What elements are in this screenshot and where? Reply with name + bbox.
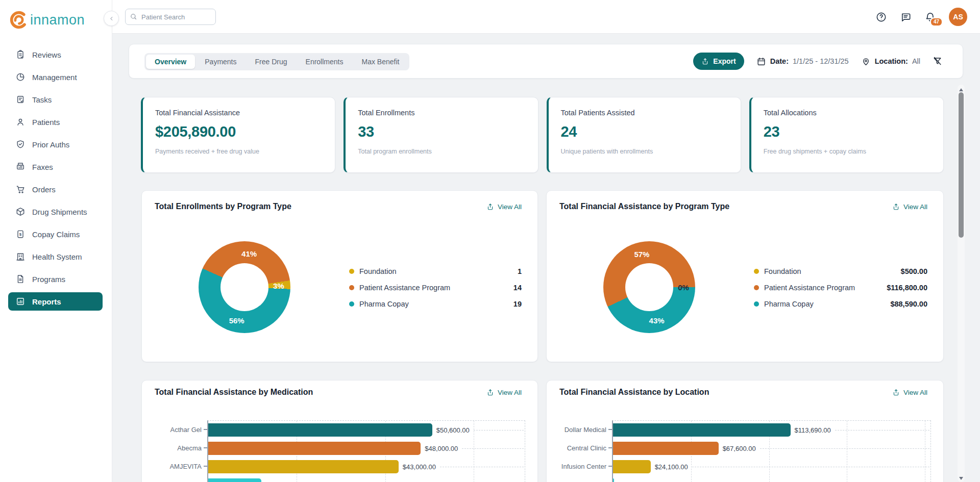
legend-label: Foundation [359, 267, 518, 275]
scroll-up-arrow-icon[interactable] [959, 88, 963, 91]
tab-payments[interactable]: Payments [196, 55, 245, 69]
bar [208, 460, 399, 473]
bar-row: $43,000.00 [208, 458, 525, 476]
legend-row: Foundation$500.00 [754, 265, 927, 278]
legend-row: Patient Assistance Program$116,800.00 [754, 281, 927, 294]
stat-title: Total Enrollments [358, 109, 525, 117]
donut-percent-label: 43% [649, 316, 665, 325]
help-icon[interactable] [875, 11, 887, 23]
scroll-down-arrow-icon[interactable] [959, 477, 963, 480]
stat-value: $205,890.00 [155, 123, 323, 140]
leader-line [760, 448, 929, 449]
stat-subtitle: Total program enrollments [358, 148, 525, 155]
share-icon [892, 203, 900, 211]
leader-line [692, 467, 929, 467]
sidebar-item-label: Prior Auths [32, 140, 69, 149]
sidebar-item-orders[interactable]: Orders [8, 180, 103, 198]
bar-category-label [152, 475, 207, 482]
notifications-bell-icon[interactable]: 47 [924, 11, 936, 23]
legend-dot [349, 269, 354, 274]
legend-row: Foundation1 [349, 265, 522, 278]
bar-category-label: Southern Health [557, 475, 612, 482]
tab-enrollments[interactable]: Enrollments [297, 55, 352, 69]
donut-percent-label: 56% [229, 316, 244, 325]
legend-row: Pharma Copay$88,590.00 [754, 297, 927, 311]
bar-category-label: Abecma [152, 439, 207, 457]
legend-value: $116,800.00 [887, 284, 927, 292]
search-input[interactable] [125, 9, 216, 25]
sidebar-item-drug-shipments[interactable]: Drug Shipments [8, 202, 103, 221]
legend-dot [349, 285, 354, 290]
sidebar-item-tasks[interactable]: Tasks [8, 90, 103, 109]
tab-max-benefit[interactable]: Max Benefit [353, 55, 408, 69]
donut-percent-label: 3% [273, 281, 284, 290]
sidebar-item-management[interactable]: Management [8, 68, 103, 86]
sidebar-item-label: Programs [32, 275, 65, 284]
search-icon [130, 13, 137, 20]
sidebar-item-health-system[interactable]: Health System [8, 247, 103, 266]
scrollbar-thumb[interactable] [959, 92, 964, 238]
chart-title: Total Financial Assistance by Medication [155, 388, 313, 397]
sidebar-item-label: Tasks [32, 95, 52, 104]
chart-legend: Foundation$500.00Patient Assistance Prog… [754, 265, 927, 314]
tab-free-drug[interactable]: Free Drug [247, 55, 296, 69]
stat-card: Total Allocations23Free drug shipments +… [749, 97, 944, 173]
tab-overview[interactable]: Overview [146, 55, 195, 69]
stats-row: Total Financial Assistance$205,890.00Pay… [141, 97, 944, 173]
bar [613, 423, 791, 437]
task-list-icon [15, 94, 26, 105]
avatar[interactable]: AS [949, 8, 967, 26]
bar [208, 442, 421, 455]
sidebar-item-faxes[interactable]: Faxes [8, 158, 103, 176]
donut-chart: 43%57%0% [603, 241, 695, 333]
sidebar-item-reports[interactable]: Reports [8, 292, 103, 311]
sidebar-item-label: Orders [32, 185, 56, 194]
svg-text:$: $ [19, 232, 22, 237]
view-all-link[interactable]: View All [892, 389, 927, 396]
sidebar-item-patients[interactable]: Patients [8, 113, 103, 131]
sidebar-item-label: Reports [32, 297, 61, 306]
cart-icon [15, 184, 26, 194]
view-all-link[interactable]: View All [892, 203, 927, 211]
legend-value: $500.00 [901, 267, 927, 275]
chat-icon[interactable] [900, 11, 912, 23]
legend-row: Pharma Copay19 [349, 297, 522, 311]
legend-value: $88,590.00 [890, 300, 927, 308]
location-filter[interactable]: Location: All [861, 57, 920, 66]
sidebar-item-label: Management [32, 73, 77, 82]
axis-tick [204, 429, 207, 430]
vertical-scrollbar[interactable] [958, 85, 965, 482]
clear-filters-icon[interactable] [933, 56, 943, 67]
chart-title: Total Enrollments by Program Type [155, 202, 291, 211]
bar-row: $500.00 [613, 476, 930, 482]
sidebar-item-prior-auths[interactable]: Prior Auths [8, 135, 103, 154]
sidebar-collapse-button[interactable] [104, 11, 119, 26]
app-logo: innamon [8, 9, 85, 31]
chart-card-assistance-by-program: Total Financial Assistance by Program Ty… [546, 190, 944, 362]
export-icon [701, 58, 709, 65]
chart-card-assistance-by-location: Total Financial Assistance by Location V… [546, 380, 944, 482]
legend-label: Pharma Copay [764, 300, 890, 308]
bar-category-label: Acthar Gel [152, 420, 207, 439]
sidebar-item-copay-claims[interactable]: $Copay Claims [8, 225, 103, 243]
bar-row: $113,690.00 [613, 421, 930, 439]
share-icon [486, 203, 494, 211]
sidebar-item-label: Faxes [32, 163, 53, 171]
bar-row: $67,600.00 [613, 439, 930, 458]
bar-chart: Dollar MedicalCentral ClinicInfusion Cen… [557, 420, 931, 482]
sidebar-item-reviews[interactable]: Reviews [8, 45, 103, 64]
date-filter[interactable]: Date: 1/1/25 - 12/31/25 [756, 57, 849, 66]
view-all-link[interactable]: View All [486, 389, 522, 396]
calendar-icon [756, 57, 766, 66]
stat-subtitle: Unique patients with enrollments [561, 148, 728, 155]
building-icon [15, 251, 26, 262]
export-button[interactable]: Export [693, 53, 744, 70]
bar-row: $48,000.00 [208, 439, 525, 458]
stat-card: Total Patients Assisted24Unique patients… [547, 97, 741, 173]
axis-tick [608, 429, 612, 430]
location-value: All [912, 57, 920, 65]
leader-line [440, 467, 524, 467]
view-all-link[interactable]: View All [486, 203, 522, 211]
sidebar-item-programs[interactable]: Programs [8, 270, 103, 288]
sidebar-item-label: Patients [32, 118, 60, 126]
